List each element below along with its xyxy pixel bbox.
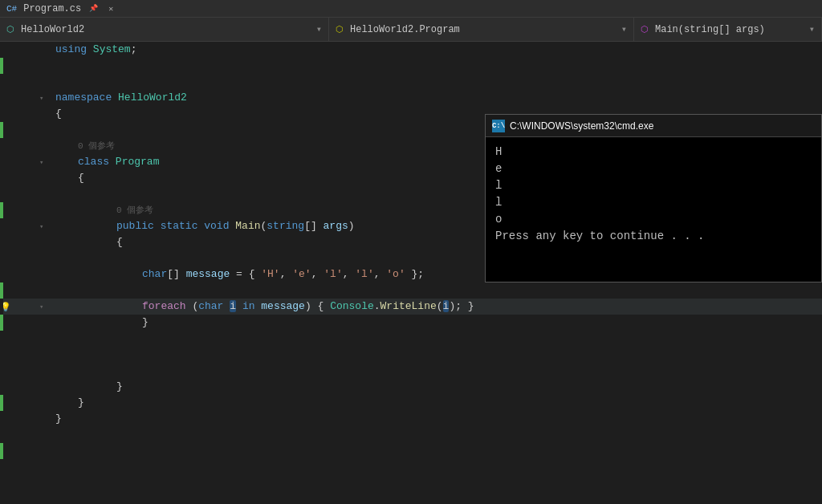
code-line-3 (3, 74, 822, 90)
editor-area: using System; ▾ namespace HelloWorld2 { … (0, 42, 822, 504)
cmd-output-e: e (495, 161, 812, 177)
code-line-namespace: ▾ namespace HelloWorld2 (3, 90, 822, 106)
code-line-7 (3, 282, 822, 299)
cmd-icon: C:\ (492, 120, 505, 132)
method-label: Main(string[] args) (655, 24, 765, 35)
chevron-down-icon-3: ▾ (809, 23, 815, 35)
collapse-class[interactable]: ▾ (39, 158, 47, 167)
class-dropdown[interactable]: ⬡ HelloWorld2.Program ▾ (329, 18, 634, 41)
code-line-2 (3, 58, 822, 74)
cmd-output-l2: l (495, 194, 812, 211)
namespace-label: HelloWorld2 (21, 24, 84, 35)
title-bar: C# Program.cs 📌 ✕ (0, 0, 822, 18)
code-line-close-class: } (3, 395, 822, 411)
tab-filename[interactable]: Program.cs (23, 3, 81, 14)
cmd-title-text: C:\WINDOWS\system32\cmd.exe (510, 120, 653, 132)
cmd-title-bar: C:\ C:\WINDOWS\system32\cmd.exe (486, 115, 821, 137)
chevron-down-icon: ▾ (316, 23, 322, 35)
code-line-9 (3, 347, 822, 363)
code-line-1: using System; (3, 42, 822, 58)
pin-button[interactable]: 📌 (87, 3, 99, 14)
chevron-down-icon-2: ▾ (621, 23, 627, 35)
nav-bar: ⬡ HelloWorld2 ▾ ⬡ HelloWorld2.Program ▾ … (0, 18, 822, 42)
cmd-output-H: H (495, 144, 812, 161)
cmd-window[interactable]: C:\ C:\WINDOWS\system32\cmd.exe H e l l … (485, 114, 822, 282)
close-button[interactable]: ✕ (105, 3, 116, 14)
collapse-main[interactable]: ▾ (39, 222, 47, 231)
collapse-namespace[interactable]: ▾ (39, 94, 47, 103)
cmd-output: H e l l o Press any key to continue . . … (486, 137, 821, 282)
namespace-icon: ⬡ (6, 24, 14, 35)
code-line-close-ns: } (3, 411, 822, 427)
class-label: HelloWorld2.Program (350, 24, 460, 35)
method-dropdown[interactable]: ⬡ Main(string[] args) ▾ (634, 18, 822, 41)
namespace-dropdown[interactable]: ⬡ HelloWorld2 ▾ (0, 18, 329, 41)
class-icon: ⬡ (336, 24, 344, 35)
file-icon: C# (6, 4, 17, 14)
collapse-foreach[interactable]: ▾ (39, 303, 47, 311)
method-icon: ⬡ (641, 24, 649, 35)
cmd-output-l1: l (495, 177, 812, 194)
code-line-10 (3, 363, 822, 379)
cmd-output-o: o (495, 211, 812, 228)
code-line-close-main: } (3, 379, 822, 395)
code-line-foreach: 💡 ▾ foreach (char i in message) { Consol… (3, 299, 822, 315)
code-line-8 (3, 331, 822, 347)
cmd-output-press: Press any key to continue . . . (495, 228, 812, 245)
code-line-close-foreach: } (3, 315, 822, 331)
